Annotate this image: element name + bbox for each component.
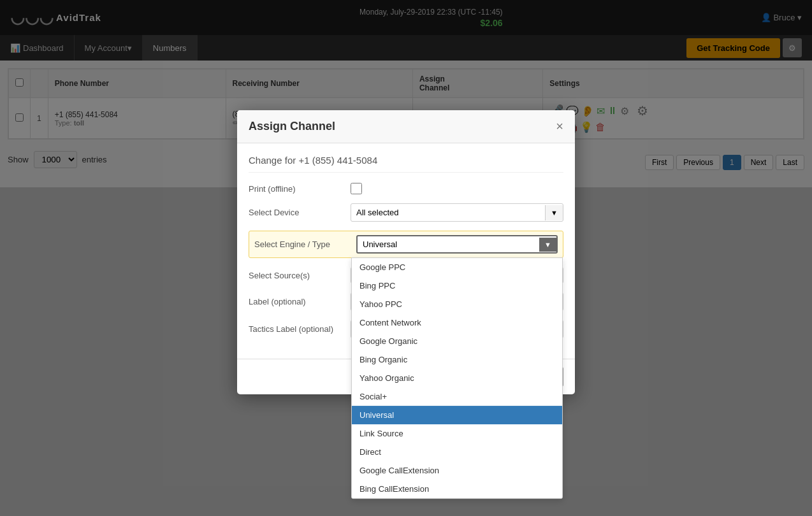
select-engine-label: Select Engine / Type <box>254 240 356 249</box>
engine-dropdown[interactable]: Google PPC Bing PPC Yahoo PPC Content Ne… <box>351 257 563 499</box>
modal-body: Change for +1 (855) 441-5084 Print (offl… <box>237 143 575 359</box>
dropdown-item-content-network[interactable]: Content Network <box>352 313 562 332</box>
dropdown-item-universal[interactable]: Universal <box>352 406 562 424</box>
dropdown-item-yahoo-organic[interactable]: Yahoo Organic <box>352 369 562 387</box>
print-offline-checkbox[interactable] <box>351 183 362 194</box>
tactics-label-label: Tactics Label (optional) <box>249 324 351 334</box>
select-device-value: All selected <box>351 204 545 221</box>
modal-title: Assign Channel <box>249 120 335 133</box>
label-optional-label: Label (optional) <box>249 297 351 306</box>
dropdown-item-link-source[interactable]: Link Source <box>352 424 562 443</box>
select-sources-label: Select Source(s) <box>249 271 351 280</box>
select-device-label: Select Device <box>249 208 351 217</box>
dropdown-item-yahoo-ppc[interactable]: Yahoo PPC <box>352 295 562 313</box>
modal-subtitle: Change for +1 (855) 441-5084 <box>249 155 563 173</box>
assign-channel-modal: Assign Channel × Change for +1 (855) 441… <box>237 110 575 394</box>
dropdown-item-bing-callextension[interactable]: Bing CallExtension <box>352 480 562 498</box>
dropdown-item-social-plus[interactable]: Social+ <box>352 387 562 406</box>
dropdown-item-direct[interactable]: Direct <box>352 443 562 461</box>
dropdown-item-google-organic[interactable]: Google Organic <box>352 332 562 350</box>
select-device-control[interactable]: All selected ▼ <box>351 203 563 222</box>
select-engine-value: Universal <box>358 236 539 252</box>
select-device-arrow[interactable]: ▼ <box>545 205 563 220</box>
modal-close-button[interactable]: × <box>556 119 563 134</box>
select-engine-control[interactable]: Universal ▼ <box>356 235 558 254</box>
print-offline-row: Print (offline) <box>249 183 563 194</box>
dropdown-item-google-callextension[interactable]: Google CallExtension <box>352 461 562 480</box>
select-engine-row: Select Engine / Type Universal ▼ Google … <box>249 231 563 258</box>
dropdown-item-bing-ppc[interactable]: Bing PPC <box>352 276 562 295</box>
select-engine-arrow[interactable]: ▼ <box>539 238 556 252</box>
dropdown-item-google-ppc[interactable]: Google PPC <box>352 258 562 276</box>
select-device-row: Select Device All selected ▼ <box>249 203 563 222</box>
print-offline-label: Print (offline) <box>249 184 351 194</box>
modal-header: Assign Channel × <box>237 110 575 143</box>
dropdown-item-bing-organic[interactable]: Bing Organic <box>352 350 562 369</box>
